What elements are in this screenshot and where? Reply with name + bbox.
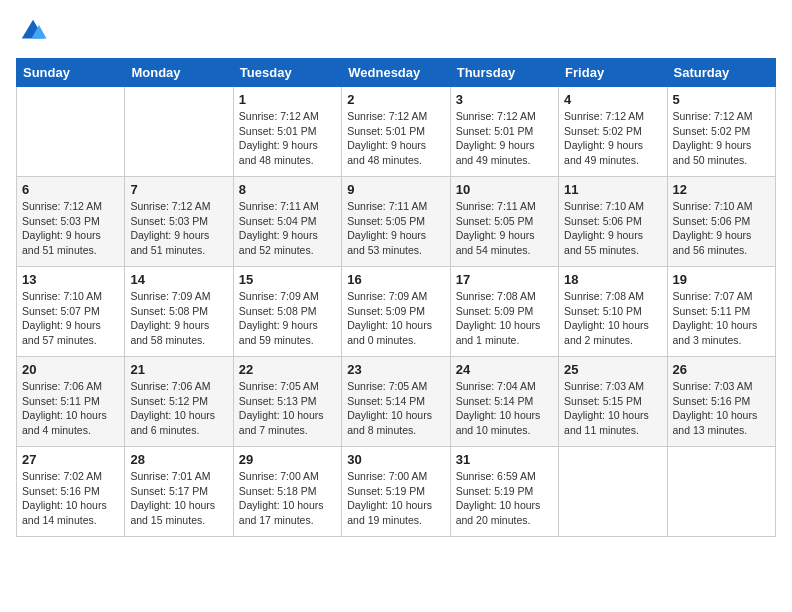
calendar-cell: 9Sunrise: 7:11 AM Sunset: 5:05 PM Daylig… (342, 177, 450, 267)
page-header (16, 16, 776, 50)
calendar-cell: 20Sunrise: 7:06 AM Sunset: 5:11 PM Dayli… (17, 357, 125, 447)
day-info: Sunrise: 7:08 AM Sunset: 5:09 PM Dayligh… (456, 289, 553, 348)
calendar-cell: 18Sunrise: 7:08 AM Sunset: 5:10 PM Dayli… (559, 267, 667, 357)
day-number: 7 (130, 182, 227, 197)
calendar-header-friday: Friday (559, 59, 667, 87)
calendar-cell: 2Sunrise: 7:12 AM Sunset: 5:01 PM Daylig… (342, 87, 450, 177)
day-info: Sunrise: 6:59 AM Sunset: 5:19 PM Dayligh… (456, 469, 553, 528)
day-info: Sunrise: 7:07 AM Sunset: 5:11 PM Dayligh… (673, 289, 770, 348)
day-info: Sunrise: 7:10 AM Sunset: 5:06 PM Dayligh… (673, 199, 770, 258)
calendar-cell: 27Sunrise: 7:02 AM Sunset: 5:16 PM Dayli… (17, 447, 125, 537)
calendar-cell: 13Sunrise: 7:10 AM Sunset: 5:07 PM Dayli… (17, 267, 125, 357)
calendar-cell: 22Sunrise: 7:05 AM Sunset: 5:13 PM Dayli… (233, 357, 341, 447)
day-number: 11 (564, 182, 661, 197)
calendar-week-row: 6Sunrise: 7:12 AM Sunset: 5:03 PM Daylig… (17, 177, 776, 267)
day-number: 25 (564, 362, 661, 377)
calendar-week-row: 27Sunrise: 7:02 AM Sunset: 5:16 PM Dayli… (17, 447, 776, 537)
calendar-header-thursday: Thursday (450, 59, 558, 87)
calendar-week-row: 20Sunrise: 7:06 AM Sunset: 5:11 PM Dayli… (17, 357, 776, 447)
day-info: Sunrise: 7:00 AM Sunset: 5:18 PM Dayligh… (239, 469, 336, 528)
calendar-cell: 11Sunrise: 7:10 AM Sunset: 5:06 PM Dayli… (559, 177, 667, 267)
day-info: Sunrise: 7:05 AM Sunset: 5:14 PM Dayligh… (347, 379, 444, 438)
calendar-cell (667, 447, 775, 537)
day-info: Sunrise: 7:12 AM Sunset: 5:01 PM Dayligh… (347, 109, 444, 168)
calendar-cell: 28Sunrise: 7:01 AM Sunset: 5:17 PM Dayli… (125, 447, 233, 537)
day-info: Sunrise: 7:11 AM Sunset: 5:05 PM Dayligh… (347, 199, 444, 258)
calendar-cell: 16Sunrise: 7:09 AM Sunset: 5:09 PM Dayli… (342, 267, 450, 357)
calendar-cell (125, 87, 233, 177)
calendar-header-row: SundayMondayTuesdayWednesdayThursdayFrid… (17, 59, 776, 87)
day-info: Sunrise: 7:06 AM Sunset: 5:12 PM Dayligh… (130, 379, 227, 438)
day-info: Sunrise: 7:08 AM Sunset: 5:10 PM Dayligh… (564, 289, 661, 348)
day-number: 19 (673, 272, 770, 287)
day-info: Sunrise: 7:05 AM Sunset: 5:13 PM Dayligh… (239, 379, 336, 438)
calendar-header-wednesday: Wednesday (342, 59, 450, 87)
day-info: Sunrise: 7:11 AM Sunset: 5:04 PM Dayligh… (239, 199, 336, 258)
day-info: Sunrise: 7:10 AM Sunset: 5:06 PM Dayligh… (564, 199, 661, 258)
day-number: 15 (239, 272, 336, 287)
day-number: 27 (22, 452, 119, 467)
logo (16, 16, 48, 50)
calendar-header-tuesday: Tuesday (233, 59, 341, 87)
calendar-cell: 10Sunrise: 7:11 AM Sunset: 5:05 PM Dayli… (450, 177, 558, 267)
day-number: 2 (347, 92, 444, 107)
day-info: Sunrise: 7:04 AM Sunset: 5:14 PM Dayligh… (456, 379, 553, 438)
day-number: 28 (130, 452, 227, 467)
day-number: 24 (456, 362, 553, 377)
calendar-cell: 30Sunrise: 7:00 AM Sunset: 5:19 PM Dayli… (342, 447, 450, 537)
day-number: 1 (239, 92, 336, 107)
calendar-cell: 5Sunrise: 7:12 AM Sunset: 5:02 PM Daylig… (667, 87, 775, 177)
day-info: Sunrise: 7:12 AM Sunset: 5:02 PM Dayligh… (564, 109, 661, 168)
day-number: 30 (347, 452, 444, 467)
calendar-cell: 8Sunrise: 7:11 AM Sunset: 5:04 PM Daylig… (233, 177, 341, 267)
calendar-table: SundayMondayTuesdayWednesdayThursdayFrid… (16, 58, 776, 537)
day-info: Sunrise: 7:12 AM Sunset: 5:02 PM Dayligh… (673, 109, 770, 168)
calendar-cell: 1Sunrise: 7:12 AM Sunset: 5:01 PM Daylig… (233, 87, 341, 177)
calendar-cell: 15Sunrise: 7:09 AM Sunset: 5:08 PM Dayli… (233, 267, 341, 357)
day-number: 17 (456, 272, 553, 287)
day-info: Sunrise: 7:11 AM Sunset: 5:05 PM Dayligh… (456, 199, 553, 258)
day-number: 18 (564, 272, 661, 287)
day-info: Sunrise: 7:02 AM Sunset: 5:16 PM Dayligh… (22, 469, 119, 528)
day-info: Sunrise: 7:03 AM Sunset: 5:15 PM Dayligh… (564, 379, 661, 438)
day-number: 4 (564, 92, 661, 107)
day-info: Sunrise: 7:06 AM Sunset: 5:11 PM Dayligh… (22, 379, 119, 438)
day-number: 22 (239, 362, 336, 377)
calendar-header-sunday: Sunday (17, 59, 125, 87)
day-number: 16 (347, 272, 444, 287)
calendar-cell: 31Sunrise: 6:59 AM Sunset: 5:19 PM Dayli… (450, 447, 558, 537)
calendar-cell: 14Sunrise: 7:09 AM Sunset: 5:08 PM Dayli… (125, 267, 233, 357)
calendar-cell: 19Sunrise: 7:07 AM Sunset: 5:11 PM Dayli… (667, 267, 775, 357)
calendar-cell: 21Sunrise: 7:06 AM Sunset: 5:12 PM Dayli… (125, 357, 233, 447)
day-info: Sunrise: 7:03 AM Sunset: 5:16 PM Dayligh… (673, 379, 770, 438)
calendar-header-saturday: Saturday (667, 59, 775, 87)
calendar-cell: 4Sunrise: 7:12 AM Sunset: 5:02 PM Daylig… (559, 87, 667, 177)
day-number: 26 (673, 362, 770, 377)
calendar-cell: 26Sunrise: 7:03 AM Sunset: 5:16 PM Dayli… (667, 357, 775, 447)
calendar-cell (17, 87, 125, 177)
day-number: 29 (239, 452, 336, 467)
calendar-cell: 12Sunrise: 7:10 AM Sunset: 5:06 PM Dayli… (667, 177, 775, 267)
day-info: Sunrise: 7:12 AM Sunset: 5:01 PM Dayligh… (239, 109, 336, 168)
day-number: 21 (130, 362, 227, 377)
calendar-cell: 17Sunrise: 7:08 AM Sunset: 5:09 PM Dayli… (450, 267, 558, 357)
day-info: Sunrise: 7:09 AM Sunset: 5:09 PM Dayligh… (347, 289, 444, 348)
calendar-cell: 24Sunrise: 7:04 AM Sunset: 5:14 PM Dayli… (450, 357, 558, 447)
logo-icon (18, 16, 48, 46)
calendar-cell: 3Sunrise: 7:12 AM Sunset: 5:01 PM Daylig… (450, 87, 558, 177)
day-info: Sunrise: 7:09 AM Sunset: 5:08 PM Dayligh… (130, 289, 227, 348)
day-number: 5 (673, 92, 770, 107)
day-number: 31 (456, 452, 553, 467)
calendar-cell: 23Sunrise: 7:05 AM Sunset: 5:14 PM Dayli… (342, 357, 450, 447)
day-number: 12 (673, 182, 770, 197)
calendar-week-row: 1Sunrise: 7:12 AM Sunset: 5:01 PM Daylig… (17, 87, 776, 177)
day-info: Sunrise: 7:12 AM Sunset: 5:01 PM Dayligh… (456, 109, 553, 168)
day-number: 10 (456, 182, 553, 197)
day-info: Sunrise: 7:00 AM Sunset: 5:19 PM Dayligh… (347, 469, 444, 528)
day-info: Sunrise: 7:10 AM Sunset: 5:07 PM Dayligh… (22, 289, 119, 348)
calendar-cell (559, 447, 667, 537)
calendar-week-row: 13Sunrise: 7:10 AM Sunset: 5:07 PM Dayli… (17, 267, 776, 357)
day-number: 23 (347, 362, 444, 377)
calendar-cell: 7Sunrise: 7:12 AM Sunset: 5:03 PM Daylig… (125, 177, 233, 267)
calendar-cell: 29Sunrise: 7:00 AM Sunset: 5:18 PM Dayli… (233, 447, 341, 537)
